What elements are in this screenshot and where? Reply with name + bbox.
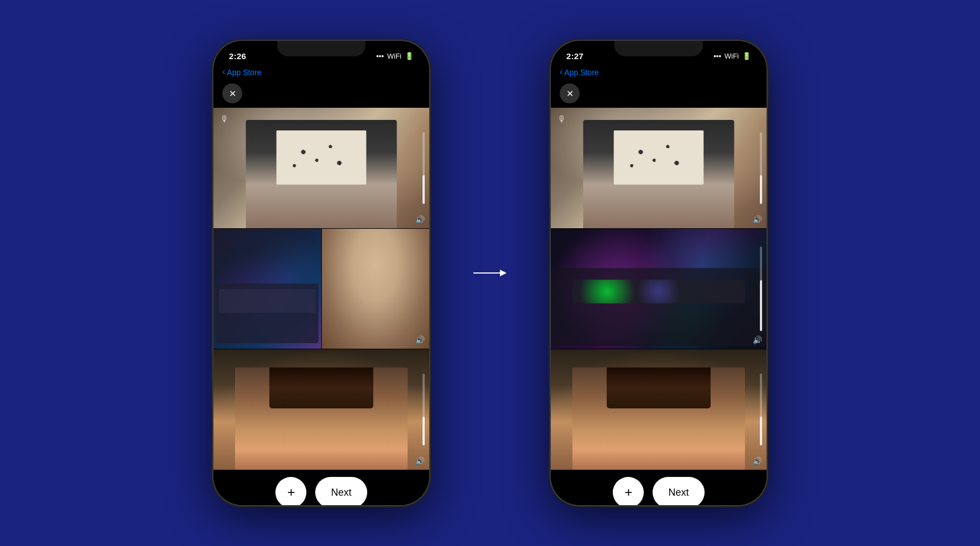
next-button-1[interactable]: Next <box>315 477 367 505</box>
guitar-figure-1 <box>235 368 408 470</box>
bottom-bar-2: + Next <box>551 470 767 505</box>
sound-icon-1: 🔊 <box>415 215 425 224</box>
video-panels-2: 🎙 🔊 🔊 🔊 <box>551 108 767 470</box>
panel-cellist-2[interactable]: 🎙 🔊 <box>551 108 767 229</box>
sound-icon-dj-2: 🔊 <box>753 335 762 344</box>
back-label-2: App Store <box>564 68 598 77</box>
panel-guitarist-2[interactable]: 🔊 <box>551 349 767 470</box>
back-chevron-1: ‹ <box>222 67 225 77</box>
signal-icon-2: ▪▪▪ <box>713 52 721 60</box>
mic-icon-1: 🎙 <box>220 114 229 124</box>
wifi-icon-2: WiFi <box>724 52 739 60</box>
phone-2-screen: 2:27 ▪▪▪ WiFi 🔋 ‹ App Store ✕ <box>551 41 767 505</box>
close-icon-1: ✕ <box>229 88 236 99</box>
status-icons-1: ▪▪▪ WiFi 🔋 <box>376 52 414 60</box>
time-2: 2:27 <box>566 51 583 61</box>
panel-dj-left-1 <box>213 229 321 349</box>
panel-split-1[interactable]: 🔊 <box>213 229 429 350</box>
close-button-1[interactable]: ✕ <box>222 83 242 103</box>
panel-dj-2[interactable]: 🔊 <box>551 229 767 350</box>
phone-1-content: ✕ 🎙 🔊 <box>213 81 429 505</box>
wifi-icon-1: WiFi <box>387 52 402 60</box>
phone-1: 2:26 ▪▪▪ WiFi 🔋 ‹ App Store ✕ <box>213 41 429 505</box>
panel-cellist-1[interactable]: 🎙 🔊 <box>213 108 429 229</box>
phone-2-content: ✕ 🎙 🔊 🔊 <box>551 81 767 505</box>
nav-bar-2: ‹ App Store <box>551 65 767 81</box>
next-button-2[interactable]: Next <box>653 477 704 505</box>
back-link-1[interactable]: ‹ App Store <box>222 67 262 77</box>
guitar-figure-2 <box>572 368 745 470</box>
volume-slider-1[interactable] <box>423 132 425 204</box>
dj-equipment-2 <box>551 268 767 346</box>
close-icon-2: ✕ <box>566 88 574 99</box>
back-label-1: App Store <box>227 68 261 77</box>
back-chevron-2: ‹ <box>560 67 562 77</box>
nav-bar-1: ‹ App Store <box>213 65 429 81</box>
status-icons-2: ▪▪▪ WiFi 🔋 <box>713 52 751 60</box>
panel-face-1: 🔊 <box>321 229 430 349</box>
svg-marker-1 <box>500 270 507 276</box>
bottom-bar-1: + Next <box>213 470 429 505</box>
volume-slider-guitar-2[interactable] <box>760 374 762 446</box>
volume-slider-guitar-1[interactable] <box>423 374 425 446</box>
status-bar-1: 2:26 ▪▪▪ WiFi 🔋 <box>213 41 429 65</box>
panel-guitarist-1[interactable]: 🔊 <box>213 349 429 470</box>
transition-arrow <box>473 267 507 279</box>
phone-1-screen: 2:26 ▪▪▪ WiFi 🔋 ‹ App Store ✕ <box>213 41 429 505</box>
dj-deck-1 <box>216 284 319 344</box>
back-link-2[interactable]: ‹ App Store <box>560 67 599 77</box>
add-button-2[interactable]: + <box>613 477 644 505</box>
signal-icon-1: ▪▪▪ <box>376 52 384 60</box>
sound-icon-guitar-2: 🔊 <box>753 456 762 465</box>
time-1: 2:26 <box>229 51 246 61</box>
add-button-1[interactable]: + <box>275 477 306 505</box>
sound-icon-2: 🔊 <box>753 215 762 224</box>
scene: 2:26 ▪▪▪ WiFi 🔋 ‹ App Store ✕ <box>0 0 980 546</box>
sound-icon-guitar-1: 🔊 <box>415 456 425 465</box>
sound-icon-face-1: 🔊 <box>415 335 425 344</box>
phone-2: 2:27 ▪▪▪ WiFi 🔋 ‹ App Store ✕ <box>551 41 767 505</box>
battery-icon-2: 🔋 <box>742 52 751 60</box>
volume-slider-2[interactable] <box>760 132 762 204</box>
mic-icon-2: 🎙 <box>557 114 566 124</box>
status-bar-2: 2:27 ▪▪▪ WiFi 🔋 <box>551 41 767 65</box>
cellist-figure-1 <box>246 120 397 228</box>
battery-icon-1: 🔋 <box>405 52 414 60</box>
video-panels-1: 🎙 🔊 🔊 <box>213 108 429 470</box>
close-button-2[interactable]: ✕ <box>560 83 580 103</box>
cellist-figure-2 <box>583 120 734 228</box>
volume-slider-dj-2[interactable] <box>760 246 762 330</box>
face-figure-1 <box>322 229 430 349</box>
